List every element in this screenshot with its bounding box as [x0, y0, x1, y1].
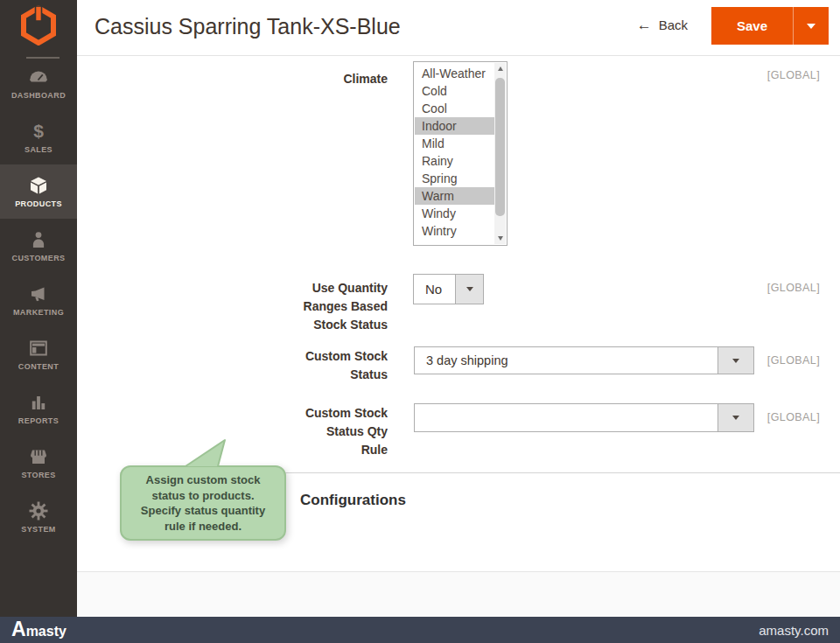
tooltip-bubble: Assign custom stock status to products. … — [120, 465, 286, 541]
amasty-logo: Amasty — [11, 619, 66, 642]
scope-label: [GLOBAL] — [767, 282, 820, 294]
section-title-configurations: Configurations — [300, 492, 406, 509]
person-icon — [28, 229, 49, 250]
climate-option[interactable]: Windy — [415, 205, 494, 222]
sidebar-item-label: PRODUCTS — [15, 199, 62, 208]
main-area: Climate All-WeatherColdCoolIndoorMildRai… — [77, 0, 840, 617]
climate-option[interactable]: Rainy — [415, 152, 494, 170]
select-dropdown-button[interactable] — [718, 347, 753, 374]
field-label-climate: Climate — [297, 70, 388, 88]
triangle-up-icon — [498, 66, 503, 71]
climate-option[interactable]: Cool — [415, 100, 494, 117]
sidebar-item-customers[interactable]: CUSTOMERS — [0, 219, 77, 273]
dashboard-gauge-icon — [28, 66, 49, 87]
sidebar-item-label: CONTENT — [18, 362, 59, 371]
qty-ranges-value: No — [414, 275, 455, 304]
tooltip-text: Assign custom stock status to products. … — [130, 472, 276, 534]
field-label-custom-status: Custom Stock Status — [297, 347, 388, 384]
amasty-site-link[interactable]: amasty.com — [759, 623, 829, 638]
box-icon — [28, 175, 49, 196]
scope-label: [GLOBAL] — [767, 69, 820, 81]
sidebar-item-sales[interactable]: $ SALES — [0, 110, 77, 164]
sidebar-item-reports[interactable]: REPORTS — [0, 381, 77, 436]
custom-status-select[interactable]: 3 day shipping — [414, 346, 754, 374]
sidebar-item-label: DASHBOARD — [11, 91, 66, 100]
sidebar-item-system[interactable]: SYSTEM — [0, 490, 77, 544]
scrollbar-thumb[interactable] — [495, 78, 505, 216]
sidebar-item-content[interactable]: CONTENT — [0, 327, 77, 381]
triangle-down-icon — [498, 236, 503, 241]
sidebar-item-marketing[interactable]: MARKETING — [0, 273, 77, 327]
amasty-bottom-bar: Amasty amasty.com — [0, 617, 840, 643]
dollar-icon: $ — [33, 121, 44, 142]
magento-logo-icon — [21, 5, 56, 45]
content-footer-strip — [77, 571, 840, 617]
scroll-up-button[interactable] — [494, 63, 506, 74]
triangle-down-icon — [732, 359, 739, 363]
sidebar-item-label: SYSTEM — [21, 525, 55, 534]
qty-ranges-select[interactable]: No — [413, 274, 484, 304]
triangle-down-icon — [732, 416, 739, 420]
select-dropdown-button[interactable] — [455, 275, 483, 304]
qty-rule-select[interactable] — [414, 403, 754, 432]
sidebar-item-dashboard[interactable]: DASHBOARD — [0, 56, 77, 110]
sidebar-item-label: REPORTS — [18, 416, 59, 425]
sidebar-item-label: STORES — [21, 471, 55, 479]
sidebar-item-label: SALES — [24, 145, 52, 154]
climate-option[interactable]: Indoor — [415, 117, 494, 135]
field-label-qty-rule: Custom Stock Status Qty Rule — [297, 404, 388, 459]
layout-icon — [28, 338, 49, 359]
qty-rule-value — [415, 404, 718, 431]
sidebar-item-label: CUSTOMERS — [12, 254, 66, 262]
listbox-scrollbar — [494, 63, 506, 244]
triangle-down-icon — [466, 287, 473, 291]
magento-logo[interactable] — [0, 5, 77, 51]
climate-option[interactable]: All-Weather — [415, 65, 494, 82]
select-dropdown-button[interactable] — [718, 404, 753, 431]
climate-option[interactable]: Cold — [415, 82, 494, 100]
climate-option[interactable]: Warm — [415, 187, 494, 205]
tooltip-tail — [173, 437, 234, 469]
product-form: Climate All-WeatherColdCoolIndoorMildRai… — [77, 56, 840, 571]
custom-status-value: 3 day shipping — [415, 347, 718, 374]
scope-label: [GLOBAL] — [767, 411, 820, 423]
scroll-down-button[interactable] — [494, 233, 506, 244]
sidebar-item-stores[interactable]: STORES — [0, 436, 77, 490]
megaphone-icon — [28, 283, 49, 304]
sidebar-item-products[interactable]: PRODUCTS — [0, 164, 77, 219]
magento-admin-page: DASHBOARD $ SALES PRODUCTS CUSTOMERS — [0, 0, 840, 643]
scope-label: [GLOBAL] — [767, 354, 820, 367]
field-label-qty-ranges: Use Quantity Ranges Based Stock Status — [297, 279, 388, 334]
climate-option[interactable]: Spring — [415, 170, 494, 187]
storefront-icon — [28, 446, 49, 467]
gear-icon — [28, 500, 49, 521]
climate-options: All-WeatherColdCoolIndoorMildRainySpring… — [415, 65, 494, 240]
bar-chart-icon — [28, 392, 49, 413]
climate-listbox[interactable]: All-WeatherColdCoolIndoorMildRainySpring… — [413, 61, 508, 246]
sidebar-item-label: MARKETING — [13, 308, 64, 317]
admin-sidebar: DASHBOARD $ SALES PRODUCTS CUSTOMERS — [0, 0, 77, 617]
climate-option[interactable]: Mild — [415, 135, 494, 152]
climate-option[interactable]: Wintry — [415, 222, 494, 240]
